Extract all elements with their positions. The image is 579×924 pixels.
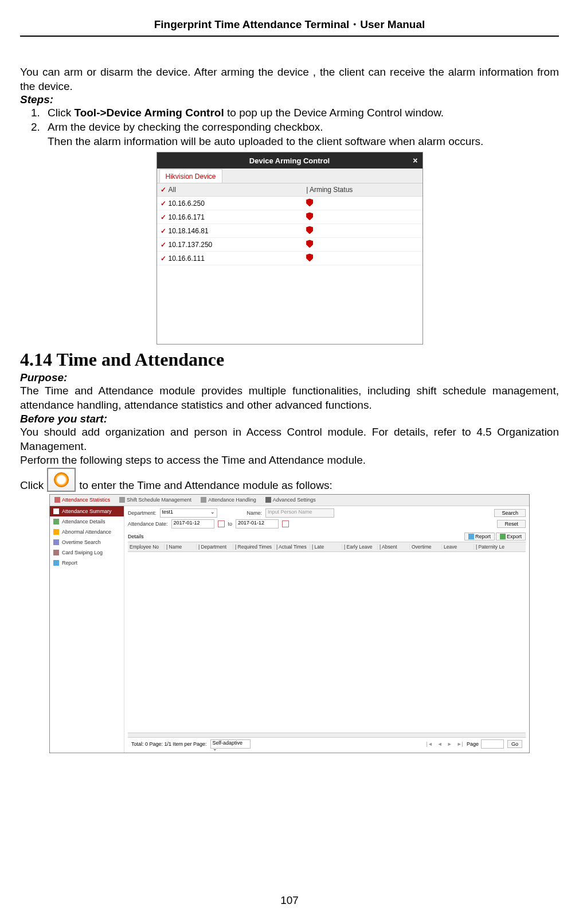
purpose-text: The Time and Attendance module provides … — [20, 384, 559, 412]
first-page-icon[interactable]: |◄ — [425, 741, 434, 747]
ta-tabs-bar: Attendance Statistics Shift Schedule Man… — [50, 495, 529, 506]
shield-icon — [306, 198, 313, 206]
shield-icon — [306, 240, 313, 248]
page-input[interactable] — [481, 739, 504, 749]
col-department: | Department — [197, 544, 233, 550]
col-leave: Leave — [442, 544, 474, 550]
export-button[interactable]: Export — [496, 533, 526, 541]
sidebar-item-report[interactable]: Report — [50, 558, 124, 568]
col-absent: | Absent — [378, 544, 410, 550]
sidebar-item-abnormal[interactable]: Abnormal Attendance — [50, 527, 124, 537]
sidebar-item-card-log[interactable]: Card Swiping Log — [50, 547, 124, 558]
details-label: Details — [128, 534, 144, 539]
shield-icon — [306, 212, 313, 220]
before-text: You should add organization and person i… — [20, 425, 559, 453]
table-row: ✓10.16.6.171 — [157, 210, 422, 224]
report-button[interactable]: Report — [464, 533, 495, 541]
time-attendance-icon[interactable] — [47, 468, 76, 492]
footer-total: Total: 0 Page: 1/1 Item per Page: — [131, 741, 207, 747]
name-input[interactable]: Input Person Name — [265, 508, 334, 518]
col-name: | Name — [165, 544, 197, 550]
tab-hikvision-device[interactable]: Hikvision Device — [159, 169, 222, 183]
close-icon[interactable]: × — [413, 156, 417, 165]
table-row: ✓10.16.6.111 — [157, 252, 422, 265]
page-label: Page — [467, 741, 479, 747]
col-employee-no: Employee No — [128, 544, 165, 550]
check-all-icon[interactable]: ✓ — [161, 186, 166, 194]
shield-icon — [306, 226, 313, 234]
export-icon — [500, 534, 506, 539]
go-button[interactable]: Go — [507, 740, 522, 748]
table-footer: Total: 0 Page: 1/1 Item per Page: Self-a… — [128, 737, 526, 750]
items-per-page-select[interactable]: Self-adaptive ⌄ — [210, 739, 251, 749]
reset-button[interactable]: Reset — [497, 520, 526, 528]
steps-label: Steps: — [20, 93, 559, 106]
sidebar-item-summary[interactable]: Attendance Summary — [50, 506, 124, 516]
checkbox-icon[interactable]: ✓ — [161, 199, 166, 207]
col-overtime: Overtime — [410, 544, 442, 550]
search-icon — [53, 539, 59, 545]
col-paternity: | Paternity Le — [474, 544, 526, 550]
checkbox-icon[interactable]: ✓ — [161, 213, 166, 221]
prev-page-icon[interactable]: ◄ — [436, 741, 444, 747]
wrench-icon — [265, 497, 271, 503]
dept-label: Department: — [128, 510, 157, 516]
col-arming-status: Arming Status — [310, 186, 353, 194]
col-early-leave: | Early Leave — [342, 544, 378, 550]
section-heading: 4.14 Time and Attendance — [20, 349, 559, 370]
tab-attendance-statistics[interactable]: Attendance Statistics — [51, 496, 114, 504]
shield-icon — [306, 253, 313, 261]
ta-main-panel: Department: test1 ⌄ Name: Input Person N… — [124, 506, 529, 753]
step-2: Arm the device by checking the correspon… — [43, 120, 559, 135]
arming-table: ✓All | Arming Status ✓10.16.6.250 ✓10.16… — [157, 183, 422, 265]
tab-advanced-settings[interactable]: Advanced Settings — [262, 496, 319, 504]
date-label: Attendance Date: — [128, 521, 168, 527]
table-row: ✓10.16.6.250 — [157, 197, 422, 210]
arming-control-window: Device Arming Control × Hikvision Device… — [157, 152, 423, 344]
name-label: Name: — [247, 510, 263, 516]
table-row: ✓10.17.137.250 — [157, 238, 422, 252]
tab-attendance-handling[interactable]: Attendance Handling — [197, 496, 260, 504]
search-button[interactable]: Search — [494, 509, 526, 517]
calendar-icon[interactable] — [218, 520, 225, 527]
arming-titlebar: Device Arming Control × — [157, 152, 422, 169]
col-required: | Required Times — [233, 544, 275, 550]
perform-text: Perform the following steps to access th… — [20, 453, 559, 468]
report-icon — [53, 560, 59, 566]
arming-title: Device Arming Control — [249, 156, 330, 165]
col-late: | Late — [310, 544, 342, 550]
page-header: Fingerprint Time Attendance Terminal・Use… — [20, 17, 559, 37]
card-icon — [53, 550, 59, 555]
report-icon — [468, 534, 474, 539]
sidebar-item-details[interactable]: Attendance Details — [50, 516, 124, 527]
click-instruction: Click to enter the Time and Attendance m… — [20, 468, 559, 492]
ta-sidebar: Attendance Summary Attendance Details Ab… — [50, 506, 124, 753]
sidebar-item-overtime[interactable]: Overtime Search — [50, 537, 124, 547]
tab-shift-schedule[interactable]: Shift Schedule Management — [116, 496, 195, 504]
next-page-icon[interactable]: ► — [446, 741, 453, 747]
table-row: ✓10.18.146.81 — [157, 224, 422, 238]
scrollbar[interactable] — [128, 733, 526, 737]
intro-paragraph: You can arm or disarm the device. After … — [20, 65, 559, 93]
col-actual: | Actual Times — [275, 544, 310, 550]
col-all: All — [169, 186, 176, 194]
details-icon — [53, 519, 59, 524]
page-number: 107 — [0, 894, 579, 907]
date-to-input[interactable]: 2017-01-12 — [236, 519, 279, 528]
warning-icon — [53, 529, 59, 535]
calendar-icon — [119, 497, 125, 503]
last-page-icon[interactable]: ►| — [456, 741, 464, 747]
before-label: Before you start: — [20, 413, 559, 425]
dept-select[interactable]: test1 ⌄ — [160, 508, 217, 518]
checkbox-icon[interactable]: ✓ — [161, 227, 166, 235]
handling-icon — [201, 497, 206, 503]
summary-icon — [53, 508, 59, 514]
calendar-icon[interactable] — [282, 520, 289, 527]
table-header: Employee No | Name | Department | Requir… — [128, 542, 526, 552]
checkbox-icon[interactable]: ✓ — [161, 255, 166, 263]
checkbox-icon[interactable]: ✓ — [161, 241, 166, 249]
date-from-input[interactable]: 2017-01-12 — [171, 519, 214, 528]
date-to-label: to — [228, 521, 233, 527]
arming-tabs: Hikvision Device — [157, 169, 422, 183]
step-2-continuation: Then the alarm information will be auto … — [48, 135, 559, 149]
